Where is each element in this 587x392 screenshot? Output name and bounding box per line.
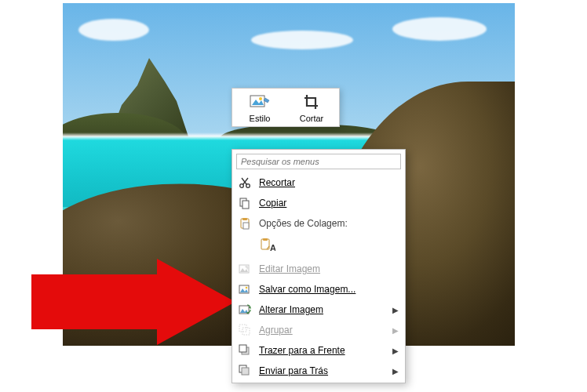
group-icon <box>237 323 253 337</box>
copy-icon <box>237 196 253 210</box>
paste-keep-formatting-button[interactable]: A <box>257 235 278 256</box>
submenu-arrow-icon: ▶ <box>392 306 399 314</box>
submenu-arrow-icon: ▶ <box>392 367 399 376</box>
svg-point-20 <box>246 287 248 289</box>
cloud <box>78 19 149 41</box>
svg-text:A: A <box>270 243 275 252</box>
svg-rect-9 <box>242 201 249 209</box>
paste-options-row: A <box>234 234 403 259</box>
menu-item-send-to-back[interactable]: Enviar para Trás ▶ <box>234 361 403 381</box>
menu-section-paste-options: Opções de Colagem: <box>234 213 403 234</box>
svg-rect-14 <box>263 238 268 241</box>
svg-rect-11 <box>242 218 247 220</box>
submenu-arrow-icon: ▶ <box>392 326 399 335</box>
menu-item-edit-image: Editar Imagem <box>234 259 403 279</box>
menu-item-change-image[interactable]: Alterar Imagem ▶ <box>234 299 403 320</box>
bring-to-front-icon <box>237 343 253 358</box>
svg-point-3 <box>259 97 262 100</box>
crop-icon <box>289 93 334 112</box>
menu-item-copy[interactable]: Copiar <box>234 193 403 213</box>
scissors-icon <box>237 176 253 190</box>
save-as-image-icon <box>237 282 253 296</box>
send-to-back-icon <box>237 364 253 378</box>
svg-rect-12 <box>243 223 249 229</box>
menu-item-save-as-image[interactable]: Salvar como Imagem... <box>234 279 403 299</box>
cloud <box>392 17 487 41</box>
menu-item-cut[interactable]: Recortar <box>234 172 403 193</box>
clipboard-icon <box>237 216 253 230</box>
menu-item-group: Agrupar ▶ <box>234 320 403 340</box>
menu-item-bring-to-front[interactable]: Trazer para a Frente ▶ <box>234 340 403 361</box>
crop-label: Cortar <box>289 114 334 123</box>
svg-rect-26 <box>239 345 246 352</box>
menu-search-wrapper <box>236 154 401 169</box>
cloud <box>251 31 353 49</box>
edit-image-icon <box>237 262 253 276</box>
menu-search-input[interactable] <box>236 154 401 169</box>
submenu-arrow-icon: ▶ <box>392 347 399 355</box>
paste-keep-formatting-icon: A <box>260 238 275 253</box>
change-image-icon <box>237 303 253 317</box>
style-label: Estilo <box>237 114 283 123</box>
svg-rect-28 <box>242 368 249 375</box>
crop-button[interactable]: Cortar <box>286 92 337 125</box>
context-menu: Recortar Copiar Opções de Colagem: A <box>232 149 406 383</box>
mini-toolbar: Estilo Cortar <box>232 88 340 127</box>
svg-marker-0 <box>31 259 235 345</box>
annotation-arrow <box>31 259 235 345</box>
style-button[interactable]: Estilo <box>234 92 286 125</box>
picture-style-icon <box>237 93 283 112</box>
